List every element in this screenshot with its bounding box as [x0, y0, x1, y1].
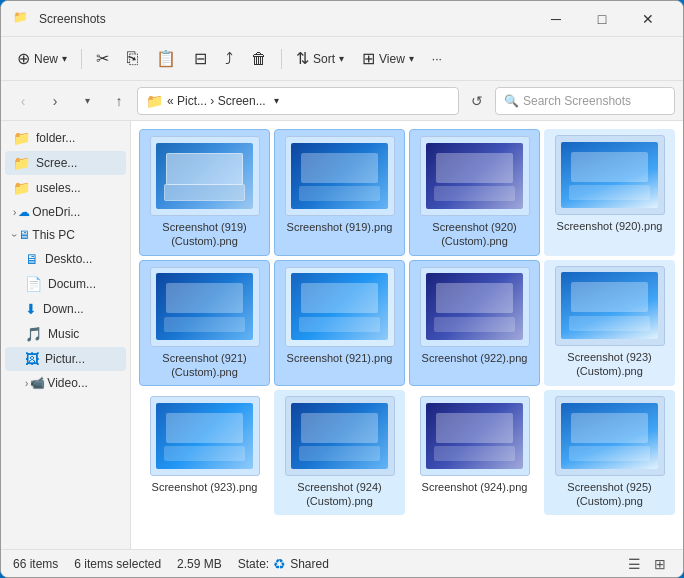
documents-icon: 📄 [25, 276, 42, 292]
sidebar-item-folder1[interactable]: 📁 folder... [5, 126, 126, 150]
window-icon: 📁 [13, 10, 31, 28]
share-icon: ⤴ [225, 50, 233, 68]
maximize-button[interactable]: □ [579, 1, 625, 37]
file-name: Screenshot (920).png [557, 219, 663, 233]
file-name: Screenshot (920) (Custom).png [420, 220, 530, 249]
thumbnail-preview [426, 143, 523, 209]
file-name: Screenshot (923) (Custom).png [555, 350, 665, 379]
cloud-icon: ☁ [18, 205, 30, 219]
sidebar-item-label: Scree... [36, 156, 77, 170]
file-item[interactable]: Screenshot (920).png [544, 129, 675, 256]
breadcrumb-path: « Pict... › Screen... [167, 94, 266, 108]
grid-view-button[interactable]: ⊞ [649, 553, 671, 575]
toolbar-separator-2 [281, 49, 282, 69]
list-view-button[interactable]: ☰ [623, 553, 645, 575]
file-thumbnail [150, 136, 260, 216]
file-item[interactable]: Screenshot (919) (Custom).png [139, 129, 270, 256]
selected-count: 6 items selected [74, 557, 161, 571]
forward-button[interactable]: › [41, 87, 69, 115]
file-item[interactable]: Screenshot (920) (Custom).png [409, 129, 540, 256]
copy-icon: ⎘ [127, 48, 138, 69]
refresh-button[interactable]: ↺ [463, 87, 491, 115]
sidebar-item-useless[interactable]: 📁 useles... [5, 176, 126, 200]
delete-button[interactable]: 🗑 [243, 43, 275, 75]
breadcrumb[interactable]: 📁 « Pict... › Screen... ▾ [137, 87, 459, 115]
file-name: Screenshot (919) (Custom).png [150, 220, 260, 249]
sidebar-item-screenshots[interactable]: 📁 Scree... [5, 151, 126, 175]
sidebar: 📁 folder... 📁 Scree... 📁 useles... › ☁ O… [1, 121, 131, 549]
minimize-button[interactable]: ─ [533, 1, 579, 37]
sidebar-item-label: Pictur... [45, 352, 85, 366]
file-name: Screenshot (924).png [422, 480, 528, 494]
sidebar-item-music[interactable]: 🎵 Music [5, 322, 126, 346]
rename-icon: ⊟ [194, 49, 207, 68]
copy-button[interactable]: ⎘ [119, 43, 146, 75]
up-button[interactable]: ↑ [105, 87, 133, 115]
file-item[interactable]: Screenshot (923) (Custom).png [544, 260, 675, 387]
title-bar: 📁 Screenshots ─ □ ✕ [1, 1, 683, 37]
file-grid: Screenshot (919) (Custom).png Screenshot… [131, 121, 683, 549]
back-button[interactable]: ‹ [9, 87, 37, 115]
expand-arrow-icon: › [9, 233, 20, 236]
file-item[interactable]: Screenshot (924) (Custom).png [274, 390, 405, 515]
sidebar-item-desktop[interactable]: 🖥 Deskto... [5, 247, 126, 271]
sidebar-item-pictures[interactable]: 🖼 Pictur... [5, 347, 126, 371]
file-thumbnail [285, 267, 395, 347]
thumbnail-preview [156, 143, 253, 209]
delete-icon: 🗑 [251, 50, 267, 68]
new-label: New [34, 52, 58, 66]
sort-label: Sort [313, 52, 335, 66]
thumbnail-preview [291, 273, 388, 339]
view-toggle: ☰ ⊞ [623, 553, 671, 575]
sort-icon: ⇅ [296, 49, 309, 68]
cut-button[interactable]: ✂ [88, 43, 117, 75]
close-button[interactable]: ✕ [625, 1, 671, 37]
view-label: View [379, 52, 405, 66]
view-chevron-icon: ▾ [409, 53, 414, 64]
share-button[interactable]: ⤴ [217, 43, 241, 75]
state-label: State: [238, 557, 269, 571]
selected-size: 2.59 MB [177, 557, 222, 571]
toolbar: ⊕ New ▾ ✂ ⎘ 📋 ⊟ ⤴ 🗑 ⇅ Sort ▾ ⊞ [1, 37, 683, 81]
pictures-icon: 🖼 [25, 351, 39, 367]
file-item[interactable]: Screenshot (924).png [409, 390, 540, 515]
sidebar-item-downloads[interactable]: ⬇ Down... [5, 297, 126, 321]
sidebar-item-videos[interactable]: › 📹 Video... [5, 372, 126, 394]
state-info: State: ♻ Shared [238, 556, 329, 572]
videos-icon: 📹 [30, 376, 45, 390]
file-name: Screenshot (923).png [152, 480, 258, 494]
file-item[interactable]: Screenshot (921) (Custom).png [139, 260, 270, 387]
search-bar[interactable]: 🔍 Search Screenshots [495, 87, 675, 115]
file-item[interactable]: Screenshot (925) (Custom).png [544, 390, 675, 515]
sidebar-item-onedrive[interactable]: › ☁ OneDri... [5, 201, 126, 223]
thumbnail-preview [561, 272, 658, 338]
view-button[interactable]: ⊞ View ▾ [354, 43, 422, 75]
recent-button[interactable]: ▾ [73, 87, 101, 115]
desktop-icon: 🖥 [25, 251, 39, 267]
file-name: Screenshot (919).png [287, 220, 393, 234]
file-item[interactable]: Screenshot (919).png [274, 129, 405, 256]
file-item[interactable]: Screenshot (922).png [409, 260, 540, 387]
more-label: ··· [432, 52, 442, 66]
thumbnail-preview [291, 403, 388, 469]
file-thumbnail [150, 267, 260, 347]
sidebar-item-label: useles... [36, 181, 81, 195]
sidebar-item-thispc[interactable]: › 🖥 This PC [5, 224, 126, 246]
file-item[interactable]: Screenshot (923).png [139, 390, 270, 515]
file-name: Screenshot (921) (Custom).png [150, 351, 260, 380]
sidebar-item-label: Deskto... [45, 252, 92, 266]
sidebar-item-label: Down... [43, 302, 84, 316]
paste-button[interactable]: 📋 [148, 43, 184, 75]
more-button[interactable]: ··· [424, 43, 450, 75]
file-name: Screenshot (925) (Custom).png [555, 480, 665, 509]
sort-chevron-icon: ▾ [339, 53, 344, 64]
sidebar-item-documents[interactable]: 📄 Docum... [5, 272, 126, 296]
new-button[interactable]: ⊕ New ▾ [9, 43, 75, 75]
file-name: Screenshot (921).png [287, 351, 393, 365]
file-item[interactable]: Screenshot (921).png [274, 260, 405, 387]
main-content: 📁 folder... 📁 Scree... 📁 useles... › ☁ O… [1, 121, 683, 549]
sort-button[interactable]: ⇅ Sort ▾ [288, 43, 352, 75]
toolbar-separator-1 [81, 49, 82, 69]
thumbnail-preview [561, 403, 658, 469]
rename-button[interactable]: ⊟ [186, 43, 215, 75]
